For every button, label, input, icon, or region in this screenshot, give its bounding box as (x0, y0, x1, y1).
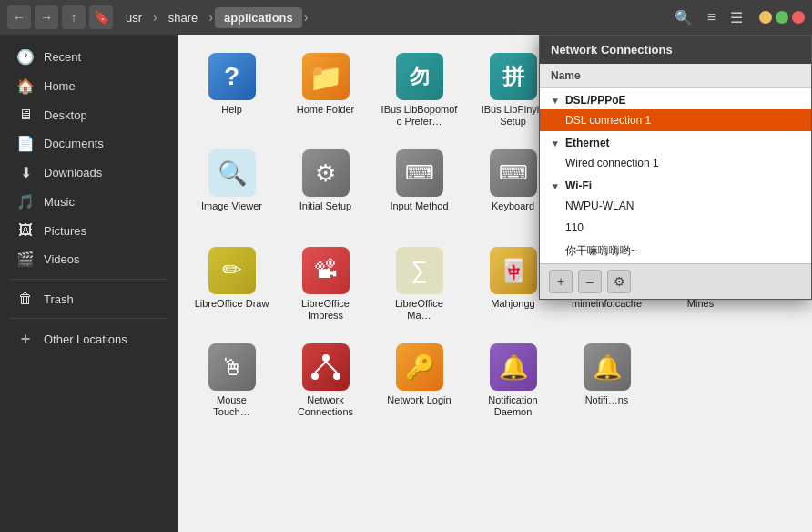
app-ibus-libbopomofo-label: IBus LibBopomofo Prefer… (381, 104, 458, 128)
notifications-icon: 🔔 (584, 343, 631, 391)
input-method-icon: ⌨ (396, 149, 443, 197)
sidebar-divider-2 (9, 318, 168, 319)
network-connections-popup: Network Connections Name DSL/PPPoE DSL c… (539, 35, 812, 300)
app-libreoffice-math[interactable]: ∑ LibreOfficeMa… (376, 240, 462, 329)
sidebar-label-other: Other Locations (44, 332, 127, 346)
app-home-folder-label: Home Folder (297, 104, 355, 116)
videos-icon: 🎬 (16, 251, 35, 268)
app-input-method[interactable]: ⌨ Input Method (376, 142, 462, 231)
sidebar-item-desktop[interactable]: 🖥 Desktop (4, 101, 174, 128)
app-help-label: Help (221, 104, 242, 116)
add-connection-button[interactable]: + (549, 270, 573, 293)
mahjongg-icon: 🀄 (490, 247, 537, 294)
forward-button[interactable]: → (35, 5, 58, 29)
keyboard-icon: ⌨ (490, 149, 537, 197)
app-home-folder[interactable]: 📁 Home Folder (282, 46, 369, 135)
app-libreoffice-draw[interactable]: ✏ LibreOffice Draw (188, 240, 275, 329)
breadcrumb-applications[interactable]: applications (215, 7, 302, 28)
breadcrumb-usr[interactable]: usr (117, 7, 151, 28)
home-icon: 🏠 (16, 77, 35, 95)
app-notifications[interactable]: 🔔 Notifi…ns (563, 336, 650, 425)
sidebar-item-pictures[interactable]: 🖼 Pictures (4, 217, 174, 244)
app-image-viewer[interactable]: 🔍 Image Viewer (188, 142, 275, 231)
main-layout: 🕐 Recent 🏠 Home 🖥 Desktop 📄 Documents ⬇ … (0, 35, 812, 532)
sidebar-item-other[interactable]: + Other Locations (4, 324, 174, 354)
home-folder-icon: 📁 (302, 53, 350, 100)
app-initial-setup[interactable]: ⚙ Initial Setup (282, 142, 369, 231)
sidebar-item-trash[interactable]: 🗑 Trash (4, 285, 174, 312)
remove-connection-button[interactable]: – (578, 270, 602, 293)
sidebar-label-videos: Videos (44, 252, 80, 266)
sidebar-item-documents[interactable]: 📄 Documents (4, 129, 174, 158)
svg-point-2 (333, 373, 340, 380)
app-help[interactable]: ? Help (188, 46, 275, 135)
downloads-icon: ⬇ (16, 164, 35, 181)
app-network-login-label: Network Login (387, 394, 451, 406)
nc-item-nwpu-wlan[interactable]: NWPU-WLAN (540, 195, 811, 217)
popup-titlebar: Network Connections (540, 36, 811, 64)
maximize-button[interactable] (776, 11, 788, 24)
title-bar: ← → ↑ 🔖 usr › share › applications › 🔍 ≡… (0, 0, 812, 35)
minimize-button[interactable] (759, 11, 772, 24)
sidebar-item-home[interactable]: 🏠 Home (4, 72, 174, 100)
libreoffice-math-icon: ∑ (396, 247, 443, 294)
app-network-login[interactable]: 🔑 Network Login (376, 336, 462, 425)
settings-connection-button[interactable]: ⚙ (607, 270, 631, 293)
sidebar-label-documents: Documents (44, 137, 104, 150)
music-icon: 🎵 (16, 193, 35, 210)
app-notifications-label: Notifi…ns (585, 394, 629, 406)
search-button[interactable]: 🔍 (669, 7, 698, 28)
breadcrumb-sep-3: › (304, 10, 309, 25)
popup-title: Network Connections (551, 43, 673, 56)
app-libreoffice-draw-label: LibreOffice Draw (195, 298, 269, 310)
nc-section-wifi: Wi-Fi (540, 174, 811, 195)
trash-icon: 🗑 (16, 291, 35, 307)
bookmark-button[interactable]: 🔖 (89, 5, 113, 29)
app-ibus-libbopomofo[interactable]: 勿 IBus LibBopomofo Prefer… (376, 46, 462, 135)
app-keyboard-label: Keyboard (492, 200, 534, 212)
sidebar-label-recent: Recent (44, 50, 81, 64)
recent-icon: 🕐 (16, 48, 35, 66)
svg-line-3 (315, 362, 326, 373)
nc-item-wired-connection-1[interactable]: Wired connection 1 (540, 152, 811, 174)
breadcrumb: usr › share › applications › (117, 7, 665, 28)
network-svg (310, 351, 342, 384)
sidebar-label-pictures: Pictures (44, 224, 86, 238)
app-mouse-touch-label: MouseTouch… (213, 394, 249, 418)
nc-section-ethernet: Ethernet (540, 131, 811, 152)
network-connections-icon (302, 343, 350, 391)
app-mouse-touch[interactable]: 🖱 MouseTouch… (188, 336, 275, 425)
app-network-connections[interactable]: NetworkConnections (282, 336, 369, 425)
sidebar-item-music[interactable]: 🎵 Music (4, 188, 174, 216)
close-button[interactable] (792, 11, 805, 24)
mouse-touch-icon: 🖱 (208, 343, 256, 391)
menu-button[interactable]: ☰ (725, 7, 748, 28)
view-options-button[interactable]: ≡ (702, 7, 721, 27)
app-network-connections-label: NetworkConnections (298, 394, 353, 418)
breadcrumb-share[interactable]: share (159, 7, 208, 28)
app-notification-daemon[interactable]: 🔔 Notification Daemon (470, 336, 556, 425)
sidebar-item-recent[interactable]: 🕐 Recent (4, 43, 174, 71)
sidebar-item-videos[interactable]: 🎬 Videos (4, 245, 174, 273)
breadcrumb-sep-1: › (153, 10, 157, 25)
other-icon: + (16, 330, 35, 349)
network-login-icon: 🔑 (396, 343, 443, 391)
content-area: ? Help 📁 Home Folder 勿 IBus LibBopomofo … (178, 35, 812, 532)
app-mahjongg-label: Mahjongg (491, 298, 534, 310)
back-button[interactable]: ← (7, 5, 31, 29)
sidebar-label-trash: Trash (44, 292, 74, 306)
app-input-method-label: Input Method (390, 200, 448, 212)
nc-item-dsl-connection-1[interactable]: DSL connection 1 (540, 109, 811, 131)
title-actions: 🔍 ≡ ☰ (669, 7, 748, 28)
nc-item-110[interactable]: 110 (540, 217, 811, 239)
sidebar-item-downloads[interactable]: ⬇ Downloads (4, 159, 174, 187)
app-initial-setup-label: Initial Setup (299, 200, 351, 212)
popup-footer: + – ⚙ (540, 263, 811, 299)
svg-line-4 (326, 362, 337, 373)
app-libreoffice-impress[interactable]: 📽 LibreOffice Impress (282, 240, 369, 329)
up-button[interactable]: ↑ (62, 5, 86, 29)
sidebar: 🕐 Recent 🏠 Home 🖥 Desktop 📄 Documents ⬇ … (0, 35, 178, 532)
nc-item-wifi-chinese[interactable]: 你干嘛嗨嗨哟~ (540, 239, 811, 263)
initial-setup-icon: ⚙ (302, 149, 350, 197)
sidebar-divider (9, 279, 168, 280)
